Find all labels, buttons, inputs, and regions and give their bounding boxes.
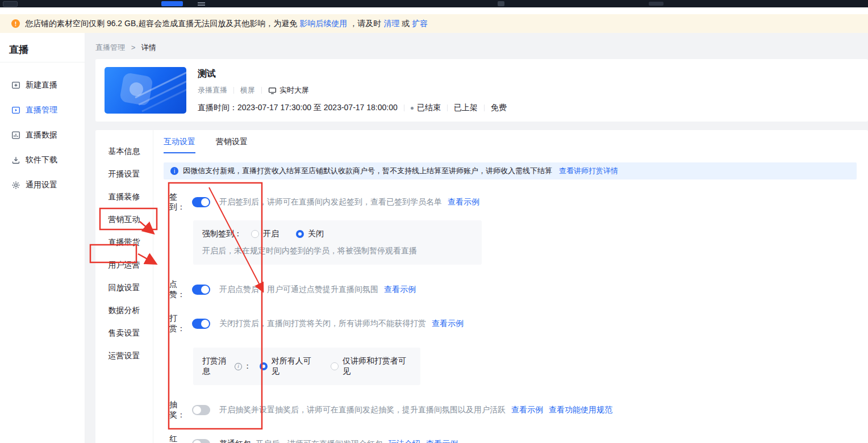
- realtime-screen-button[interactable]: 实时大屏: [268, 85, 309, 95]
- warning-text: ，请及时: [349, 19, 381, 29]
- reward-message-colon: ：: [244, 361, 252, 371]
- setting-desc: 开启抽奖并设置抽奖后，讲师可在直播间发起抽奖，提升直播间氛围以及用户活跃: [219, 405, 506, 415]
- help-info-icon: [235, 363, 242, 370]
- usage-spec-link[interactable]: 查看功能使用规范: [549, 405, 612, 415]
- radio-visible-lecturer[interactable]: 仅讲师和打赏者可见: [331, 356, 411, 377]
- warning-text: 您店铺的素材空间仅剩 96.2 GB,超容会造成直播无法回放及其他影响，为避免: [25, 19, 297, 29]
- force-signin-note: 开启后，未在规定时间内签到的学员，将被强制暂停观看直播: [202, 246, 473, 256]
- setting-label: 签到：: [169, 192, 192, 212]
- tab-operation-settings[interactable]: 运营设置: [95, 345, 153, 367]
- view-example-link[interactable]: 查看示例: [432, 319, 464, 329]
- tab-marketing-settings[interactable]: 营销设置: [216, 137, 248, 153]
- hamburger-menu-icon[interactable]: [198, 2, 205, 3]
- sidebar-item-live-data[interactable]: 直播数据: [0, 123, 85, 148]
- tab-data-analysis[interactable]: 数据分析: [95, 299, 153, 322]
- reward-toggle[interactable]: [192, 319, 210, 329]
- sidebar-item-label: 直播管理: [26, 105, 57, 115]
- main-content: 直播管理 > 详情 测试 录播直播 横屏 实时大屏: [85, 33, 868, 443]
- view-example-link[interactable]: 查看示例: [426, 439, 458, 443]
- divider: [447, 105, 448, 111]
- tab-broadcast-settings[interactable]: 开播设置: [95, 163, 153, 186]
- sidebar-item-new-live[interactable]: 新建直播: [0, 73, 85, 98]
- topbar-icon[interactable]: [649, 2, 663, 6]
- status-listed: 已上架: [454, 103, 478, 113]
- notice-text: 因微信支付新规，直播打赏收入结算至店铺默认收款商户号，暂不支持线上结算至讲师账户…: [183, 166, 552, 176]
- tab-replay-settings[interactable]: 回放设置: [95, 277, 153, 299]
- live-time-row: 直播时间： 2023-07-17 17:30:00 至 2023-07-17 1…: [198, 103, 507, 113]
- sidebar-item-label: 直播数据: [26, 130, 57, 140]
- reward-message-label: 打赏消息: [202, 356, 233, 377]
- setting-row-like: 点赞： 开启点赞后，用户可通过点赞提升直播间氛围 查看示例: [169, 279, 857, 300]
- sidebar-item-label: 新建直播: [26, 80, 57, 90]
- sidebar-nav: 新建直播 直播管理 直播数据 软件下载: [0, 73, 85, 198]
- view-example-link[interactable]: 查看示例: [511, 405, 543, 415]
- sidebar-item-label: 软件下载: [26, 155, 57, 165]
- topbar-primary-button[interactable]: [161, 1, 183, 6]
- live-cover-thumbnail: [105, 67, 186, 114]
- radio-icon: [331, 362, 339, 370]
- tab-interaction-settings[interactable]: 互动设置: [164, 137, 195, 153]
- topbar-icon[interactable]: [498, 1, 504, 6]
- tab-sales-settings[interactable]: 售卖设置: [95, 322, 153, 345]
- view-example-link[interactable]: 查看示例: [384, 285, 416, 295]
- breadcrumb: 直播管理 > 详情: [95, 33, 868, 59]
- radio-icon: [260, 362, 268, 370]
- setting-label: 打赏：: [169, 314, 192, 334]
- setting-row-red-packet: 红包： 普通红包 开启后，讲师可在直播间发现金红包 玩法介绍 查看示例: [169, 434, 857, 443]
- red-packet-toggle[interactable]: [192, 439, 210, 443]
- expand-storage-link[interactable]: 扩容: [412, 19, 428, 29]
- view-example-link[interactable]: 查看示例: [448, 197, 479, 207]
- gameplay-intro-link[interactable]: 玩法介绍: [389, 439, 420, 443]
- clean-up-link[interactable]: 清理: [383, 19, 399, 29]
- breadcrumb-live-manage[interactable]: 直播管理: [95, 43, 125, 52]
- tab-basic-info[interactable]: 基本信息: [95, 140, 153, 163]
- reward-details-link[interactable]: 查看讲师打赏详情: [559, 166, 618, 176]
- impact-usage-link[interactable]: 影响后续使用: [299, 19, 347, 29]
- radio-force-signin-off[interactable]: 关闭: [296, 229, 324, 239]
- setting-desc: 开启签到后，讲师可在直播间内发起签到，查看已签到学员名单: [219, 197, 442, 207]
- force-signin-label: 强制签到：: [202, 229, 242, 239]
- breadcrumb-separator: >: [131, 43, 136, 52]
- radio-force-signin-on[interactable]: 开启: [251, 229, 279, 239]
- radio-visible-all[interactable]: 对所有人可见: [260, 356, 317, 377]
- gear-icon: [11, 181, 20, 190]
- signin-toggle[interactable]: [192, 197, 210, 207]
- lottery-toggle[interactable]: [192, 405, 210, 415]
- reward-message-panel: 打赏消息 ： 对所有人可见 仅讲师和打赏者可见: [193, 348, 420, 385]
- sidebar-item-download[interactable]: 软件下载: [0, 148, 85, 173]
- tab-live-commerce[interactable]: 直播带货: [95, 231, 153, 254]
- tab-marketing-interaction[interactable]: 营销互动: [95, 208, 153, 231]
- radio-icon: [251, 230, 259, 238]
- live-tags: 录播直播 横屏 实时大屏: [198, 85, 507, 95]
- red-packet-type: 普通红包: [219, 439, 251, 443]
- app-logo: [3, 1, 18, 7]
- live-summary-card: 测试 录播直播 横屏 实时大屏 直播时间： 2023-07-17 17:30:0…: [95, 59, 868, 122]
- like-toggle[interactable]: [192, 285, 210, 295]
- topbar-gap: [0, 7, 868, 14]
- divider: [404, 105, 404, 111]
- tab-live-decoration[interactable]: 直播装修: [95, 186, 153, 208]
- time-value: 2023-07-17 17:30:00 至 2023-07-17 18:00:0…: [237, 103, 398, 113]
- time-label: 直播时间：: [198, 103, 237, 113]
- live-info: 测试 录播直播 横屏 实时大屏 直播时间： 2023-07-17 17:30:0…: [198, 67, 507, 114]
- monitor-icon: [268, 86, 277, 95]
- radio-icon: [296, 230, 304, 238]
- tab-user-operation[interactable]: 用户运营: [95, 254, 153, 277]
- sidebar-item-live-manage[interactable]: 直播管理: [0, 98, 85, 123]
- info-icon: [170, 167, 178, 175]
- setting-row-signin: 签到： 开启签到后，讲师可在直播间内发起签到，查看已签到学员名单 查看示例: [169, 192, 857, 212]
- sidebar-title: 直播: [9, 43, 85, 56]
- live-data-icon: [11, 131, 20, 140]
- status-price: 免费: [491, 103, 507, 113]
- settings-card: 基本信息 开播设置 直播装修 营销互动 直播带货 用户运营 回放设置 数据分析 …: [95, 130, 868, 443]
- breadcrumb-current: 详情: [141, 43, 156, 52]
- settings-top-tabs: 互动设置 营销设置: [164, 137, 857, 153]
- radio-label: 对所有人可见: [272, 356, 317, 377]
- setting-desc: 关闭打赏后，直播间打赏将关闭，所有讲师均不能获得打赏: [219, 319, 426, 329]
- wechat-pay-notice: 因微信支付新规，直播打赏收入结算至店铺默认收款商户号，暂不支持线上结算至讲师账户…: [164, 162, 857, 179]
- setting-desc: 开启点赞后，用户可通过点赞提升直播间氛围: [219, 285, 378, 295]
- topbar: [0, 0, 868, 7]
- sidebar-item-settings[interactable]: 通用设置: [0, 173, 85, 198]
- setting-label: 点赞：: [169, 279, 192, 300]
- settings-side-tabs: 基本信息 开播设置 直播装修 营销互动 直播带货 用户运营 回放设置 数据分析 …: [95, 130, 153, 443]
